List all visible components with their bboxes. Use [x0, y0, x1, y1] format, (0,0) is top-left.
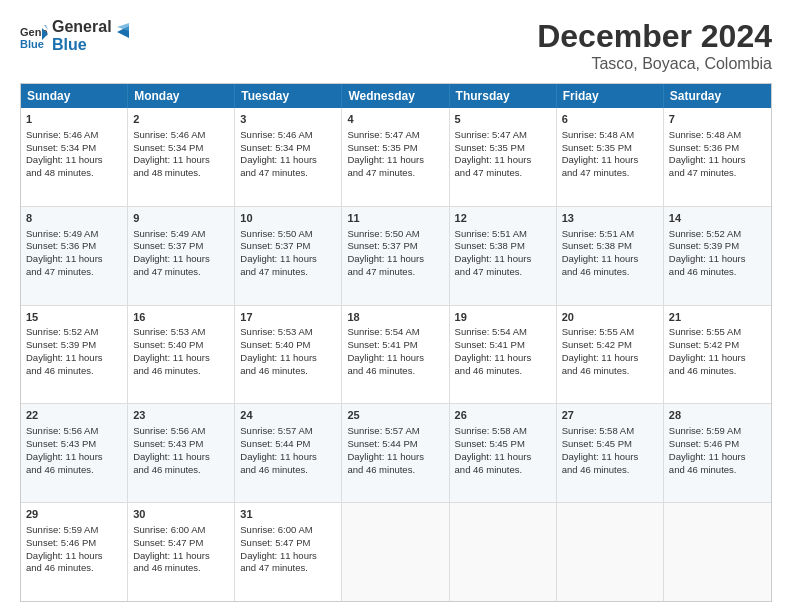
- logo: General Blue General Blue: [20, 18, 133, 53]
- day-number: 15: [26, 310, 122, 325]
- day-info-line: and 46 minutes.: [669, 464, 766, 477]
- cal-week-3: 15Sunrise: 5:52 AMSunset: 5:39 PMDayligh…: [21, 305, 771, 404]
- header-day-saturday: Saturday: [664, 84, 771, 108]
- day-number: 9: [133, 211, 229, 226]
- day-info-line: Sunset: 5:34 PM: [26, 142, 122, 155]
- day-info-line: and 46 minutes.: [669, 266, 766, 279]
- day-number: 19: [455, 310, 551, 325]
- day-info-line: Daylight: 11 hours: [26, 253, 122, 266]
- day-number: 7: [669, 112, 766, 127]
- day-number: 26: [455, 408, 551, 423]
- day-info-line: Sunrise: 5:56 AM: [133, 425, 229, 438]
- day-info-line: and 47 minutes.: [669, 167, 766, 180]
- cal-day-18: 18Sunrise: 5:54 AMSunset: 5:41 PMDayligh…: [342, 306, 449, 404]
- day-info-line: Sunset: 5:43 PM: [133, 438, 229, 451]
- day-info-line: and 46 minutes.: [562, 464, 658, 477]
- day-info-line: Sunset: 5:34 PM: [240, 142, 336, 155]
- day-info-line: Daylight: 11 hours: [240, 451, 336, 464]
- main-title: December 2024: [537, 18, 772, 55]
- day-number: 22: [26, 408, 122, 423]
- cal-day-11: 11Sunrise: 5:50 AMSunset: 5:37 PMDayligh…: [342, 207, 449, 305]
- day-info-line: and 47 minutes.: [133, 266, 229, 279]
- day-info-line: Sunset: 5:46 PM: [26, 537, 122, 550]
- day-info-line: Sunset: 5:40 PM: [133, 339, 229, 352]
- cal-day-20: 20Sunrise: 5:55 AMSunset: 5:42 PMDayligh…: [557, 306, 664, 404]
- day-number: 3: [240, 112, 336, 127]
- cal-day-6: 6Sunrise: 5:48 AMSunset: 5:35 PMDaylight…: [557, 108, 664, 206]
- day-info-line: Sunset: 5:45 PM: [562, 438, 658, 451]
- day-info-line: and 46 minutes.: [240, 365, 336, 378]
- cal-day-7: 7Sunrise: 5:48 AMSunset: 5:36 PMDaylight…: [664, 108, 771, 206]
- logo-arrow-icon: [113, 22, 133, 42]
- day-info-line: Daylight: 11 hours: [240, 253, 336, 266]
- day-info-line: and 46 minutes.: [669, 365, 766, 378]
- day-info-line: Sunset: 5:42 PM: [669, 339, 766, 352]
- header: General Blue General Blue December 2024 …: [20, 18, 772, 73]
- cal-day-12: 12Sunrise: 5:51 AMSunset: 5:38 PMDayligh…: [450, 207, 557, 305]
- cal-day-30: 30Sunrise: 6:00 AMSunset: 5:47 PMDayligh…: [128, 503, 235, 601]
- day-info-line: Sunset: 5:36 PM: [669, 142, 766, 155]
- day-info-line: Daylight: 11 hours: [26, 154, 122, 167]
- day-info-line: Daylight: 11 hours: [240, 352, 336, 365]
- day-info-line: Daylight: 11 hours: [347, 253, 443, 266]
- day-info-line: Sunrise: 5:51 AM: [562, 228, 658, 241]
- day-info-line: Sunrise: 5:59 AM: [26, 524, 122, 537]
- cal-day-23: 23Sunrise: 5:56 AMSunset: 5:43 PMDayligh…: [128, 404, 235, 502]
- day-info-line: Sunset: 5:35 PM: [562, 142, 658, 155]
- day-info-line: Sunset: 5:35 PM: [347, 142, 443, 155]
- day-info-line: Sunset: 5:34 PM: [133, 142, 229, 155]
- day-number: 17: [240, 310, 336, 325]
- cal-day-19: 19Sunrise: 5:54 AMSunset: 5:41 PMDayligh…: [450, 306, 557, 404]
- empty-cell: [342, 503, 449, 601]
- empty-cell: [557, 503, 664, 601]
- day-info-line: and 46 minutes.: [26, 365, 122, 378]
- cal-day-4: 4Sunrise: 5:47 AMSunset: 5:35 PMDaylight…: [342, 108, 449, 206]
- day-info-line: Sunrise: 5:55 AM: [669, 326, 766, 339]
- day-number: 23: [133, 408, 229, 423]
- day-info-line: Sunset: 5:38 PM: [562, 240, 658, 253]
- cal-day-9: 9Sunrise: 5:49 AMSunset: 5:37 PMDaylight…: [128, 207, 235, 305]
- day-number: 16: [133, 310, 229, 325]
- cal-day-28: 28Sunrise: 5:59 AMSunset: 5:46 PMDayligh…: [664, 404, 771, 502]
- day-info-line: Sunset: 5:44 PM: [347, 438, 443, 451]
- day-info-line: and 46 minutes.: [562, 365, 658, 378]
- cal-day-17: 17Sunrise: 5:53 AMSunset: 5:40 PMDayligh…: [235, 306, 342, 404]
- page: General Blue General Blue December 2024 …: [0, 0, 792, 612]
- day-number: 24: [240, 408, 336, 423]
- day-number: 27: [562, 408, 658, 423]
- cal-day-13: 13Sunrise: 5:51 AMSunset: 5:38 PMDayligh…: [557, 207, 664, 305]
- cal-week-4: 22Sunrise: 5:56 AMSunset: 5:43 PMDayligh…: [21, 403, 771, 502]
- day-info-line: Daylight: 11 hours: [562, 253, 658, 266]
- day-info-line: Daylight: 11 hours: [347, 154, 443, 167]
- cal-day-5: 5Sunrise: 5:47 AMSunset: 5:35 PMDaylight…: [450, 108, 557, 206]
- day-number: 14: [669, 211, 766, 226]
- day-number: 21: [669, 310, 766, 325]
- day-info-line: Daylight: 11 hours: [26, 352, 122, 365]
- day-info-line: Sunrise: 5:56 AM: [26, 425, 122, 438]
- day-info-line: Sunrise: 5:46 AM: [240, 129, 336, 142]
- calendar-header: SundayMondayTuesdayWednesdayThursdayFrid…: [21, 84, 771, 108]
- day-info-line: Sunset: 5:36 PM: [26, 240, 122, 253]
- day-info-line: Sunrise: 5:49 AM: [26, 228, 122, 241]
- cal-day-10: 10Sunrise: 5:50 AMSunset: 5:37 PMDayligh…: [235, 207, 342, 305]
- day-info-line: and 46 minutes.: [455, 365, 551, 378]
- day-number: 20: [562, 310, 658, 325]
- cal-day-8: 8Sunrise: 5:49 AMSunset: 5:36 PMDaylight…: [21, 207, 128, 305]
- day-info-line: Daylight: 11 hours: [240, 154, 336, 167]
- day-info-line: and 46 minutes.: [133, 365, 229, 378]
- day-number: 13: [562, 211, 658, 226]
- day-info-line: Sunrise: 5:51 AM: [455, 228, 551, 241]
- day-info-line: Daylight: 11 hours: [669, 154, 766, 167]
- day-info-line: Daylight: 11 hours: [26, 550, 122, 563]
- day-info-line: Sunset: 5:41 PM: [347, 339, 443, 352]
- subtitle: Tasco, Boyaca, Colombia: [537, 55, 772, 73]
- day-info-line: Sunset: 5:47 PM: [240, 537, 336, 550]
- cal-day-22: 22Sunrise: 5:56 AMSunset: 5:43 PMDayligh…: [21, 404, 128, 502]
- header-day-thursday: Thursday: [450, 84, 557, 108]
- day-info-line: Sunset: 5:46 PM: [669, 438, 766, 451]
- header-day-sunday: Sunday: [21, 84, 128, 108]
- day-info-line: and 46 minutes.: [347, 365, 443, 378]
- day-info-line: and 46 minutes.: [562, 266, 658, 279]
- day-info-line: Daylight: 11 hours: [133, 154, 229, 167]
- day-info-line: Daylight: 11 hours: [455, 154, 551, 167]
